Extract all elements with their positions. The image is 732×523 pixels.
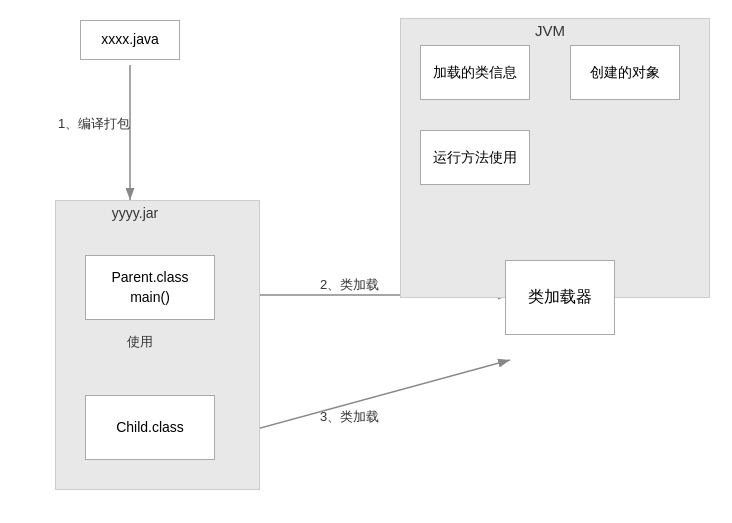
loaded-class-info-box: 加载的类信息 <box>420 45 530 100</box>
jar-label: yyyy.jar <box>112 205 158 221</box>
created-objects-box: 创建的对象 <box>570 45 680 100</box>
class-loader-label: 类加载器 <box>528 286 592 308</box>
child-class-box: Child.class <box>85 395 215 460</box>
jvm-label: JVM <box>535 22 565 39</box>
run-methods-label: 运行方法使用 <box>433 148 517 168</box>
load1-label: 2、类加载 <box>320 276 379 294</box>
parent-class-box: Parent.class main() <box>85 255 215 320</box>
child-class-label: Child.class <box>116 418 184 438</box>
diagram: xxxx.java 1、编译打包 JVM 加载的类信息 创建的对象 运行方法使用… <box>0 0 732 523</box>
run-methods-box: 运行方法使用 <box>420 130 530 185</box>
source-file-label: xxxx.java <box>101 30 159 50</box>
source-file-box: xxxx.java <box>80 20 180 60</box>
created-objects-label: 创建的对象 <box>590 63 660 83</box>
parent-class-label: Parent.class main() <box>111 268 188 307</box>
loaded-class-info-label: 加载的类信息 <box>433 63 517 83</box>
class-loader-box: 类加载器 <box>505 260 615 335</box>
svg-line-4 <box>253 360 510 430</box>
compile-label: 1、编译打包 <box>58 115 130 133</box>
load2-label: 3、类加载 <box>320 408 379 426</box>
use-label: 使用 <box>127 333 153 351</box>
